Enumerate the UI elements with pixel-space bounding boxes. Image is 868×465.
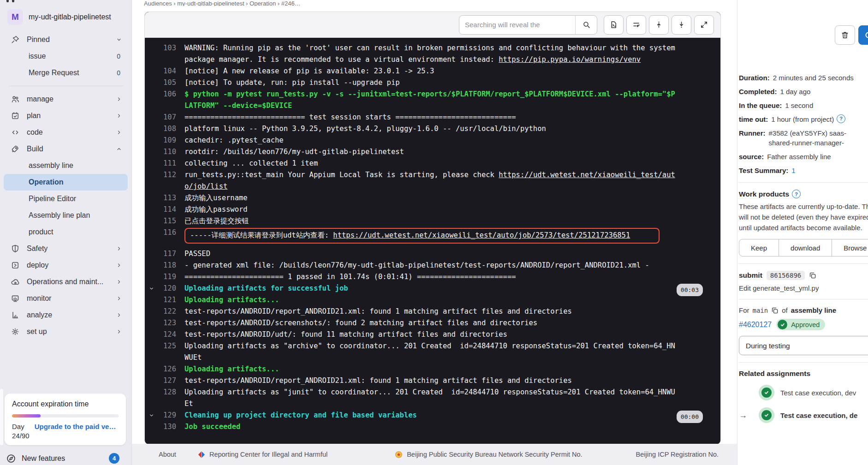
sidebar-item-label: Merge Request: [29, 69, 117, 77]
footer-link-about[interactable]: About: [159, 451, 176, 458]
breadcrumb[interactable]: Audiences › my-udt-gitlab-pipelinetest ›…: [132, 0, 737, 6]
log-line: 105[notice] To update, run: pip install …: [145, 77, 712, 89]
log-link[interactable]: https://pip.pypa.io/warnings/venv: [499, 55, 641, 64]
pipeline-id-link[interactable]: #4620127: [739, 321, 772, 329]
line-number[interactable]: 106: [158, 89, 176, 112]
sidebar-item-build[interactable]: Build: [4, 141, 128, 157]
stage-dropdown[interactable]: During testing: [739, 336, 868, 355]
work-products-title: Work products: [739, 190, 789, 198]
sidebar-item-issue[interactable]: issue0: [4, 48, 128, 65]
sidebar-item-operations-and-maint[interactable]: Operations and maint...: [4, 274, 128, 290]
raw-log-icon: [610, 21, 618, 29]
keep-artifacts-button[interactable]: Keep: [739, 239, 779, 256]
sidebar-item-set-up[interactable]: set up: [4, 323, 128, 340]
line-number[interactable]: 105: [158, 77, 176, 89]
upgrade-link[interactable]: Upgrade to the paid version...: [35, 423, 118, 430]
line-number[interactable]: 123: [158, 317, 176, 329]
line-number[interactable]: 120: [158, 283, 176, 294]
fullscreen-button[interactable]: [694, 15, 714, 35]
footer-link-reporting-center-for-illegal-a[interactable]: Reporting Center for Illegal and Harmful: [197, 451, 327, 459]
line-number[interactable]: 109: [158, 135, 176, 146]
line-number[interactable]: 117: [158, 248, 176, 260]
line-number[interactable]: 115: [158, 215, 176, 227]
line-number[interactable]: 124: [158, 329, 176, 340]
line-number[interactable]: 130: [158, 421, 176, 433]
sidebar-item-assembly-line-plan[interactable]: Assembly line plan: [4, 207, 128, 224]
download-artifacts-button[interactable]: download: [779, 239, 832, 256]
erase-log-button[interactable]: [835, 25, 855, 45]
wrap-lines-button[interactable]: [626, 15, 646, 35]
line-number[interactable]: 103: [158, 42, 176, 66]
scroll-top-button[interactable]: [649, 15, 669, 35]
footer-link-beijing-public-security-bureau[interactable]: Beijing Public Security Bureau Network S…: [395, 451, 582, 459]
log-link[interactable]: https://udt.wetest.net/xiaoweili_test/au…: [333, 231, 630, 239]
sidebar-item-pipeline-editor[interactable]: Pipeline Editor: [4, 191, 128, 207]
sidebar-nav: Pinnedissue0Merge Request0manageplancode…: [0, 31, 131, 340]
line-number[interactable]: 126: [158, 364, 176, 375]
line-number[interactable]: 128: [158, 387, 176, 410]
line-number[interactable]: 119: [158, 271, 176, 283]
scroll-bottom-button[interactable]: [672, 15, 691, 35]
line-number[interactable]: 129: [158, 410, 176, 421]
line-number[interactable]: 104: [158, 66, 176, 77]
commit-message[interactable]: Edit generate_test_yml.py: [739, 284, 868, 292]
sidebar-item-operation[interactable]: Operation: [4, 174, 128, 191]
line-number[interactable]: 110: [158, 146, 176, 158]
chevron-right-icon: [116, 312, 122, 318]
browse-artifacts-button[interactable]: Browse: [832, 239, 868, 256]
line-number[interactable]: 113: [158, 192, 176, 204]
line-number[interactable]: 118: [158, 260, 176, 271]
sidebar-scrollbar[interactable]: [0, 389, 3, 445]
gear-icon: [11, 328, 20, 336]
sidebar-item-pinned[interactable]: Pinned: [4, 31, 128, 48]
related-job-item[interactable]: Test case execution, dev: [739, 385, 868, 400]
sidebar-item-safety[interactable]: Safety: [4, 240, 128, 257]
expiration-unit-label: Day: [12, 423, 24, 430]
sidebar-item-manage[interactable]: manage: [4, 91, 128, 107]
sidebar-item-code[interactable]: code: [4, 124, 128, 141]
sidebar-item-analyze[interactable]: analyze: [4, 307, 128, 323]
sidebar-item-monitor[interactable]: monitor: [4, 290, 128, 307]
line-number[interactable]: 114: [158, 204, 176, 215]
line-number[interactable]: 112: [158, 169, 176, 192]
expiration-progressbar: [12, 414, 119, 417]
wrap-lines-icon: [632, 21, 640, 29]
help-icon[interactable]: ?: [837, 114, 845, 123]
search-icon[interactable]: [575, 16, 597, 34]
log-toolbar: [145, 12, 720, 38]
line-number[interactable]: 108: [158, 123, 176, 135]
project-header[interactable]: M my-udt-gitlab-pipelinetest: [0, 0, 131, 31]
related-job-item[interactable]: →Test case execution, de: [739, 407, 868, 423]
line-number[interactable]: 111: [158, 158, 176, 169]
footer-link-beijing-icp-registration-no[interactable]: Beijing ICP Registration No.: [636, 451, 719, 458]
copy-icon[interactable]: [809, 272, 816, 279]
sidebar-item-label: plan: [27, 112, 116, 120]
commit-sha[interactable]: 86156896: [767, 271, 805, 280]
compass-icon: [6, 454, 16, 463]
chevron-down-icon[interactable]: [145, 283, 158, 294]
log-line: 119======================= 1 passed in 1…: [145, 271, 712, 283]
copy-icon[interactable]: [771, 307, 779, 314]
expiration-value: 24/90: [12, 432, 119, 440]
line-number[interactable]: 116: [158, 227, 176, 248]
chevron-down-icon[interactable]: [145, 410, 158, 421]
sidebar-item-deploy[interactable]: deploy: [4, 257, 128, 274]
sidebar-item-product[interactable]: product: [4, 224, 128, 240]
new-features-item[interactable]: New features 4: [6, 453, 125, 464]
sidebar-item-merge-request[interactable]: Merge Request0: [4, 65, 128, 81]
retry-job-button[interactable]: [858, 25, 868, 45]
line-number[interactable]: 122: [158, 306, 176, 317]
diamond-icon: [197, 451, 205, 459]
line-number[interactable]: 107: [158, 112, 176, 123]
raw-log-button[interactable]: [604, 15, 624, 35]
sidebar-item-assembly-line[interactable]: assembly line: [4, 157, 128, 174]
log-search-input[interactable]: [459, 16, 575, 34]
line-number[interactable]: 125: [158, 340, 176, 364]
line-number[interactable]: 127: [158, 375, 176, 387]
line-number[interactable]: 121: [158, 294, 176, 306]
log-link[interactable]: https://udt.wetest.net/xiaoweili_test/au…: [184, 171, 675, 191]
sidebar-item-plan[interactable]: plan: [4, 107, 128, 124]
pipeline-status-badge: Approved: [776, 319, 825, 330]
shield-icon: [11, 244, 20, 253]
help-icon[interactable]: ?: [792, 190, 801, 198]
